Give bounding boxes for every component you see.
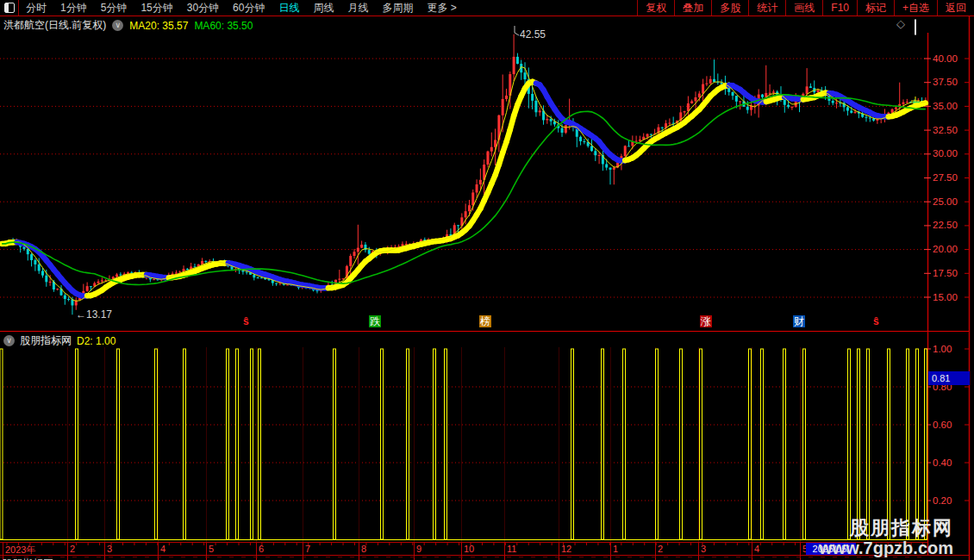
- menu-item-画线[interactable]: 画线: [785, 0, 822, 16]
- menu-item-多股[interactable]: 多股: [711, 0, 748, 16]
- date-tick-label: 12: [561, 544, 571, 554]
- date-tick-label: 4: [160, 544, 165, 554]
- price-tick-label: 40.00: [933, 53, 971, 64]
- price-tick-label: 27.50: [933, 172, 971, 183]
- price-tick-label: 20.00: [933, 244, 971, 254]
- menu-item-60分钟[interactable]: 60分钟: [226, 0, 272, 16]
- clipped-panel-header: 股朋指标网: [2, 557, 53, 560]
- date-tick-label: 8: [361, 544, 366, 554]
- stock-title: 洪都航空(日线.前复权): [3, 18, 106, 33]
- menu-item-1分钟[interactable]: 1分钟: [53, 0, 94, 16]
- indicator-legend: D2: 1.00: [77, 335, 116, 347]
- panel-icon[interactable]: [915, 20, 916, 35]
- menu-item-5分钟[interactable]: 5分钟: [94, 0, 134, 16]
- ma60-legend: MA60: 35.50: [194, 20, 253, 32]
- indicator-tick-label: 0.20: [933, 495, 971, 506]
- chevron-down-icon[interactable]: [3, 335, 15, 346]
- high-annotation: 42.55: [520, 28, 546, 40]
- menu-item-统计[interactable]: 统计: [748, 0, 785, 16]
- chart-title-bar: 洪都航空(日线.前复权) MA20: 35.57 MA60: 35.50: [3, 18, 253, 33]
- price-tick-label: 22.50: [933, 220, 971, 230]
- menu-item-返回[interactable]: 返回: [937, 0, 974, 16]
- diamond-icon[interactable]: [896, 17, 905, 30]
- watermark-tag: 涨: [700, 315, 712, 327]
- layout-icon-glyph: [4, 3, 15, 13]
- date-tick-label: 4: [754, 544, 759, 554]
- price-tick-label: 25.00: [933, 196, 971, 207]
- menu-item-30分钟[interactable]: 30分钟: [180, 0, 226, 16]
- date-tick-label: 5: [209, 544, 214, 554]
- indicator-tick-label: 0.40: [933, 457, 971, 468]
- site-watermark-name: 股朋指标网: [819, 518, 953, 538]
- menu-item-15分钟[interactable]: 15分钟: [134, 0, 179, 16]
- date-tick-label: 9: [416, 544, 421, 554]
- indicator-title: 股朋指标网: [20, 333, 72, 348]
- menu-item-+自选[interactable]: +自选: [894, 0, 937, 16]
- current-value-marker: 0.81: [928, 371, 970, 385]
- price-tick-label: 37.50: [933, 77, 971, 87]
- date-tick-label: 11: [507, 544, 516, 554]
- watermark-tag: 财: [793, 315, 805, 327]
- watermark-tag: ŝ: [872, 315, 880, 327]
- menu-item-复权[interactable]: 复权: [637, 0, 674, 16]
- chart-canvas[interactable]: [0, 0, 974, 560]
- low-annotation: ←13.17: [76, 308, 112, 320]
- date-tick-label: 3: [701, 544, 706, 554]
- menu-item-周线[interactable]: 周线: [306, 0, 340, 16]
- price-tick-label: 15.00: [933, 292, 971, 302]
- period-menu: 分时1分钟5分钟15分钟30分钟60分钟日线周线月线多周期更多 >: [19, 0, 464, 16]
- date-tick-label: 2023年: [5, 544, 35, 557]
- indicator-tick-label: 0.60: [933, 420, 971, 430]
- menu-item-日线[interactable]: 日线: [272, 0, 306, 16]
- layout-icon[interactable]: [0, 0, 19, 16]
- date-tick-label: 2: [658, 544, 663, 554]
- panel-icon-glyph: [915, 19, 916, 35]
- menu-item-标记[interactable]: 标记: [857, 0, 894, 16]
- chevron-down-icon[interactable]: [112, 20, 123, 31]
- trading-app-window: 分时1分钟5分钟15分钟30分钟60分钟日线周线月线多周期更多 > 复权叠加多股…: [0, 0, 974, 560]
- watermark-tag: 跌: [369, 315, 381, 327]
- date-tick-label: 10: [464, 544, 474, 554]
- menu-item-叠加[interactable]: 叠加: [674, 0, 711, 16]
- price-tick-label: 35.00: [933, 101, 971, 111]
- price-tick-label: 17.50: [933, 268, 971, 278]
- date-tick-label: 1: [613, 544, 618, 554]
- watermark-tag: ŝ: [242, 315, 250, 327]
- menu-item-分时[interactable]: 分时: [19, 0, 53, 16]
- price-tick-label: 32.50: [933, 125, 971, 135]
- top-toolbar: 分时1分钟5分钟15分钟30分钟60分钟日线周线月线多周期更多 > 复权叠加多股…: [0, 0, 974, 16]
- menu-item-F10[interactable]: F10: [822, 0, 857, 16]
- price-tick-label: 30.00: [933, 148, 971, 159]
- date-tick-label: 7: [305, 544, 310, 554]
- site-watermark: 股朋指标网 www.7gpzb.com: [819, 518, 953, 558]
- date-tick-label: 6: [259, 544, 264, 554]
- action-menu: 复权叠加多股统计画线F10标记+自选返回: [637, 0, 974, 16]
- menu-item-更多 >[interactable]: 更多 >: [420, 0, 463, 16]
- ma20-legend: MA20: 35.57: [129, 20, 188, 32]
- watermark-tag: 榜: [479, 315, 491, 327]
- date-tick-label: 2: [70, 544, 75, 554]
- indicator-tick-label: 1.00: [933, 344, 971, 354]
- menu-item-多周期[interactable]: 多周期: [375, 0, 420, 16]
- date-tick-label: 3: [107, 544, 112, 554]
- site-watermark-url: www.7gpzb.com: [819, 538, 953, 558]
- indicator-panel-header: 股朋指标网 D2: 1.00: [3, 333, 116, 348]
- menu-item-月线[interactable]: 月线: [340, 0, 375, 16]
